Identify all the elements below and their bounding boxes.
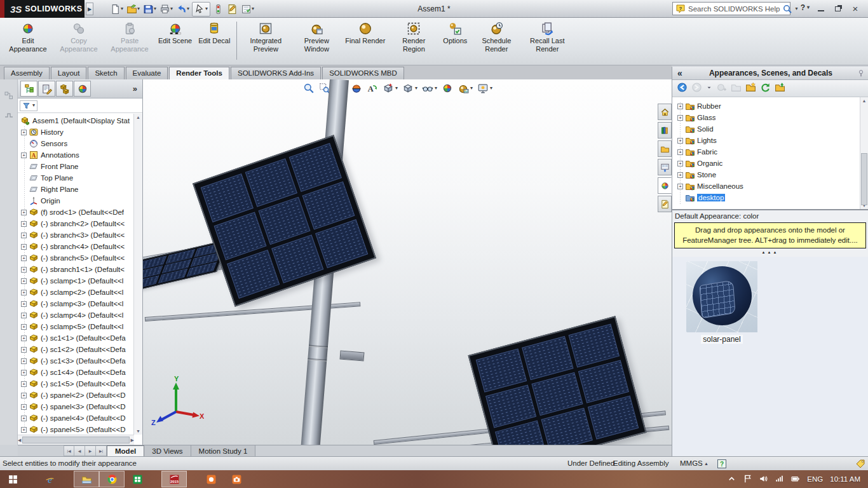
expand-icon[interactable]: +: [21, 427, 27, 433]
expand-icon[interactable]: +: [21, 255, 27, 261]
qat-print-button[interactable]: ▾: [159, 3, 173, 16]
expand-icon[interactable]: +: [21, 210, 27, 215]
task-pane-tab-file-explorer[interactable]: [658, 140, 672, 157]
feature-tree-item-sbranch-4[interactable]: +(-) sbranch<4> (Default<<: [18, 241, 134, 252]
tray-action-center-flag-button[interactable]: [743, 474, 752, 485]
taskbar-windows-store-button[interactable]: [125, 471, 150, 487]
tree-horizontal-scrollbar[interactable]: ◀▶: [18, 435, 134, 445]
close-button[interactable]: ×: [849, 4, 862, 13]
manager-tab-configurationmanager[interactable]: [56, 81, 73, 97]
expand-icon[interactable]: +: [21, 370, 27, 376]
bottom-tab-model[interactable]: Model: [107, 445, 144, 456]
final-render-button[interactable]: Final Render: [342, 20, 388, 46]
expand-icon[interactable]: +: [21, 152, 27, 158]
tags-icon[interactable]: [855, 459, 865, 469]
tray-chevron-up-button[interactable]: [727, 474, 736, 485]
dropdown-arrow-icon[interactable]: ▾: [187, 6, 189, 11]
tab-scroll-icon[interactable]: ▶: [85, 445, 96, 456]
paste-appearance-button[interactable]: Paste Appearance: [104, 20, 155, 55]
view-orientation-button[interactable]: ▾: [383, 83, 398, 94]
flyout-step-icon[interactable]: [4, 110, 14, 120]
schedule-render-button[interactable]: Schedule Render: [471, 20, 522, 55]
bottom-tab-motion-study-1[interactable]: Motion Study 1: [191, 445, 256, 456]
search-input[interactable]: Search SOLIDWORKS Help: [688, 5, 780, 13]
scroll-right-icon[interactable]: ▶: [131, 438, 134, 443]
tray-battery-button[interactable]: [790, 474, 800, 485]
feature-tree-item-frontplane[interactable]: Front Plane: [18, 161, 134, 172]
feature-tree-item-sc1-2[interactable]: +(-) sc1<2> (Default<<Defa: [18, 344, 134, 355]
flyout-tree-icon[interactable]: [4, 91, 14, 101]
tab-sketch[interactable]: Sketch: [88, 67, 124, 79]
recall-last-render-button[interactable]: Recall Last Render: [522, 20, 573, 55]
taskbar-start-button[interactable]: [0, 471, 25, 487]
open-file-button[interactable]: [731, 82, 742, 95]
units-dropdown-icon[interactable]: ▲: [704, 461, 709, 466]
appearance-tree-item-solid[interactable]: Solid: [672, 123, 868, 135]
dropdown-arrow-icon[interactable]: ▾: [154, 6, 156, 11]
dropdown-arrow-icon[interactable]: ▾: [490, 86, 492, 91]
qat-select-cursor-button[interactable]: ▾: [192, 2, 210, 17]
appearance-tree-item-fabric[interactable]: +Fabric: [672, 146, 868, 158]
search-icon[interactable]: [782, 4, 792, 14]
feature-tree-item-sbranch1-1[interactable]: +(-) sbranch1<1> (Default<: [18, 264, 134, 275]
hide-show-items-button[interactable]: ▾: [422, 83, 437, 94]
feature-tree-item-sbranch-3[interactable]: +(-) sbranch<3> (Default<<: [18, 229, 134, 241]
scrollbar-thumb[interactable]: [22, 437, 129, 444]
qat-new-document-button[interactable]: ▾: [109, 3, 124, 16]
expand-icon[interactable]: +: [677, 138, 683, 144]
manager-tab-featuremanager[interactable]: [20, 81, 37, 97]
task-pane-tab-view-palette[interactable]: [658, 159, 672, 175]
solar-panel-swatch-image[interactable]: [686, 261, 757, 332]
up-folder-button[interactable]: [775, 82, 785, 95]
restore-button[interactable]: [831, 4, 844, 13]
search-dropdown-icon[interactable]: ▾: [795, 6, 797, 11]
qat-open-folder-button[interactable]: ▾: [126, 3, 140, 16]
feature-tree-item-sclamp-1[interactable]: +(-) sclamp<1> (Default<<l: [18, 275, 134, 287]
task-pane-tab-appearances[interactable]: [658, 177, 672, 194]
dropdown-arrow-icon[interactable]: ▾: [205, 6, 208, 11]
language-indicator[interactable]: ENG: [807, 475, 823, 483]
qat-options-list-button[interactable]: ▾: [240, 3, 255, 16]
apply-scene-button[interactable]: ▾: [458, 83, 473, 94]
section-view-button[interactable]: [351, 83, 362, 94]
tab-solidworks-mbd[interactable]: SOLIDWORKS MBD: [322, 67, 404, 79]
taskbar-screen-recorder-button[interactable]: [198, 471, 224, 487]
feature-tree-item-spanel-4[interactable]: +(-) spanel<4> (Default<<D: [18, 412, 134, 424]
feature-tree-item-assem1-default-display[interactable]: Assem1 (Default<Display Stat: [18, 115, 134, 126]
edit-decal-button[interactable]: Edit Decal: [195, 20, 233, 46]
feature-tree-item-history[interactable]: +History: [18, 126, 134, 138]
dropdown-arrow-icon[interactable]: ▾: [470, 86, 473, 91]
pushpin-icon[interactable]: [854, 69, 868, 78]
add-appearance-button[interactable]: [716, 82, 727, 95]
expand-icon[interactable]: +: [21, 313, 27, 318]
feature-tree-item-sclamp-4[interactable]: +(-) sclamp<4> (Default<<l: [18, 309, 134, 321]
expand-icon[interactable]: +: [21, 244, 27, 250]
feature-tree-item-sensors[interactable]: Sensors: [18, 138, 134, 149]
task-pane-tab-design-library[interactable]: [658, 122, 672, 139]
dropdown-arrow-icon[interactable]: ▾: [170, 6, 173, 11]
expand-icon[interactable]: +: [677, 115, 683, 121]
tree-vertical-scrollbar[interactable]: ▲▼: [133, 114, 142, 435]
appearance-tree-item-rubber[interactable]: +Rubber: [672, 100, 868, 112]
options-button[interactable]: Options: [439, 20, 471, 46]
feature-tree-item-sbranch-5[interactable]: +(-) sbranch<5> (Default<<: [18, 252, 134, 264]
appearance-tree-item-miscellaneous[interactable]: +Miscellaneous: [672, 180, 868, 192]
feature-tree-item-origin[interactable]: Origin: [18, 195, 134, 207]
taskbar-solidworks-2015-button[interactable]: 2015: [161, 471, 187, 487]
qat-file-properties-button[interactable]: [226, 3, 238, 16]
expand-icon[interactable]: +: [21, 336, 27, 341]
preview-window-button[interactable]: Preview Window: [291, 20, 342, 55]
expand-icon[interactable]: +: [21, 324, 27, 330]
model-clamp[interactable]: [340, 351, 365, 362]
dropdown-arrow-icon[interactable]: ▾: [435, 86, 437, 91]
refresh-button[interactable]: [760, 82, 771, 95]
qat-save-button[interactable]: ▾: [142, 3, 157, 16]
bottom-tab-3d-views[interactable]: 3D Views: [144, 445, 191, 456]
expand-icon[interactable]: +: [677, 161, 683, 166]
expand-icon[interactable]: +: [21, 301, 27, 307]
taskbar-windows-explorer-button[interactable]: [74, 471, 99, 487]
feature-tree-item-spanel-3[interactable]: +(-) spanel<3> (Default<<D: [18, 401, 134, 412]
feature-tree-item-sc1-3[interactable]: +(-) sc1<3> (Default<<Defa: [18, 355, 134, 367]
appearance-tree-item-organic[interactable]: +Organic: [672, 158, 868, 169]
taskbar-screenshot-tool-button[interactable]: [224, 471, 249, 487]
